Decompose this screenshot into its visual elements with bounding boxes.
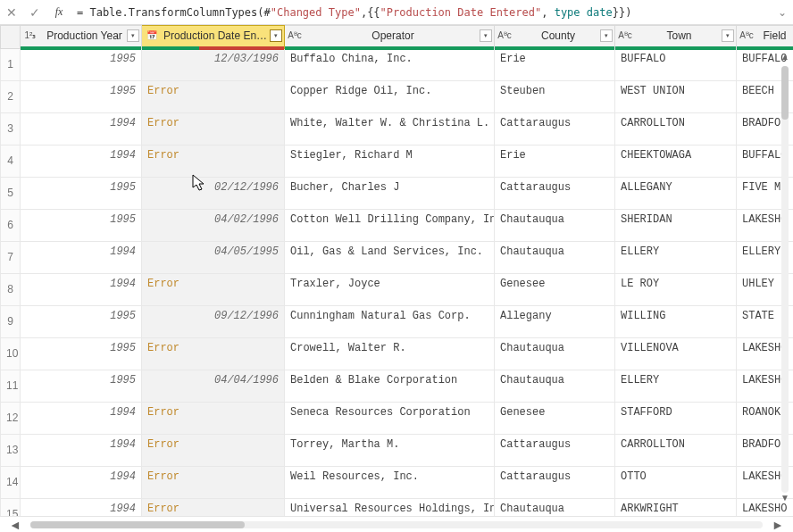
cell-operator[interactable]: Traxler, Joyce (285, 274, 495, 306)
row-number[interactable]: 3 (1, 113, 21, 145)
filter-dropdown[interactable]: ▾ (270, 29, 282, 42)
cell-production-date[interactable]: Error (142, 338, 285, 370)
cell-town[interactable]: WILLING (615, 306, 737, 338)
cell-county[interactable]: Erie (495, 145, 615, 178)
cell-town[interactable]: BUFFALO (615, 49, 737, 81)
table-row[interactable]: 81994ErrorTraxler, JoyceGeneseeLE ROYUHL… (1, 274, 794, 306)
rownum-header[interactable] (1, 26, 21, 49)
table-row[interactable]: 7199404/05/1995Oil, Gas & Land Services,… (1, 242, 794, 274)
filter-dropdown[interactable]: ▾ (480, 29, 492, 42)
col-header-production-date-entered[interactable]: 📅 Production Date Entered ▾ (142, 26, 285, 49)
cell-production-year[interactable]: 1995 (21, 49, 142, 81)
cell-production-date[interactable]: 04/04/1996 (142, 370, 285, 403)
cell-county[interactable]: Chautauqua (495, 242, 615, 274)
filter-dropdown[interactable]: ▾ (127, 29, 139, 42)
cell-county[interactable]: Genesee (495, 274, 615, 306)
cell-county[interactable]: Cattaraugus (495, 113, 615, 145)
table-row[interactable]: 151994ErrorUniversal Resources Holdings,… (1, 499, 794, 517)
cell-town[interactable]: ELLERY (615, 242, 737, 274)
row-number[interactable]: 8 (1, 274, 21, 306)
table-row[interactable]: 31994ErrorWhite, Walter W. & Christina L… (1, 113, 794, 145)
cell-operator[interactable]: Stiegler, Richard M (285, 145, 495, 178)
cell-operator[interactable]: Cunningham Natural Gas Corp. (285, 306, 495, 338)
cell-county[interactable]: Allegany (495, 306, 615, 338)
row-number[interactable]: 15 (1, 499, 21, 517)
cell-production-year[interactable]: 1994 (21, 403, 142, 435)
cell-operator[interactable]: Crowell, Walter R. (285, 338, 495, 370)
cell-county[interactable]: Chautauqua (495, 338, 615, 370)
cell-production-year[interactable]: 1994 (21, 435, 142, 467)
cell-production-date[interactable]: Error (142, 145, 285, 178)
cell-town[interactable]: OTTO (615, 467, 737, 499)
scroll-down-icon[interactable]: ▼ (779, 493, 791, 507)
cell-production-year[interactable]: 1994 (21, 113, 142, 145)
cell-county[interactable]: Chautauqua (495, 370, 615, 403)
row-number[interactable]: 5 (1, 178, 21, 210)
filter-dropdown[interactable]: ▾ (600, 29, 613, 42)
col-header-field[interactable]: Aᴮc Field (737, 26, 794, 49)
table-row[interactable]: 9199509/12/1996Cunningham Natural Gas Co… (1, 306, 794, 338)
cell-county[interactable]: Chautauqua (495, 210, 615, 242)
cell-operator[interactable]: Copper Ridge Oil, Inc. (285, 81, 495, 113)
cell-production-year[interactable]: 1994 (21, 499, 142, 517)
cell-operator[interactable]: Belden & Blake Corporation (285, 370, 495, 403)
cancel-formula-button[interactable]: ✕ (0, 5, 23, 20)
cell-production-date[interactable]: 04/02/1996 (142, 210, 285, 242)
vertical-scrollbar[interactable]: ▲ ▼ (779, 52, 791, 507)
cell-operator[interactable]: Universal Resources Holdings, Incorp… (285, 499, 495, 517)
cell-production-date[interactable]: Error (142, 274, 285, 306)
confirm-formula-button[interactable]: ✓ (23, 5, 46, 20)
cell-operator[interactable]: Weil Resources, Inc. (285, 467, 495, 499)
table-row[interactable]: 41994ErrorStiegler, Richard MErieCHEEKTO… (1, 145, 794, 178)
cell-operator[interactable]: Seneca Resources Corporation (285, 403, 495, 435)
table-row[interactable]: 21995ErrorCopper Ridge Oil, Inc.SteubenW… (1, 81, 794, 113)
cell-county[interactable]: Steuben (495, 81, 615, 113)
cell-operator[interactable]: White, Walter W. & Christina L. (285, 113, 495, 145)
cell-production-year[interactable]: 1995 (21, 370, 142, 403)
cell-town[interactable]: WEST UNION (615, 81, 737, 113)
vertical-scroll-thumb[interactable] (781, 66, 789, 120)
row-number[interactable]: 4 (1, 145, 21, 178)
row-number[interactable]: 1 (1, 49, 21, 81)
cell-production-year[interactable]: 1995 (21, 210, 142, 242)
table-row[interactable]: 6199504/02/1996Cotton Well Drilling Comp… (1, 210, 794, 242)
table-row[interactable]: 101995ErrorCrowell, Walter R.ChautauquaV… (1, 338, 794, 370)
table-row[interactable]: 1199512/03/1996Buffalo China, Inc.ErieBU… (1, 49, 794, 81)
cell-county[interactable]: Erie (495, 49, 615, 81)
cell-production-date[interactable]: 12/03/1996 (142, 49, 285, 81)
cell-town[interactable]: SHERIDAN (615, 210, 737, 242)
row-number[interactable]: 11 (1, 370, 21, 403)
cell-town[interactable]: CARROLLTON (615, 113, 737, 145)
formula-input[interactable]: = Table.TransformColumnTypes(#"Changed T… (71, 6, 772, 19)
filter-dropdown[interactable]: ▾ (722, 29, 734, 42)
cell-town[interactable]: ELLERY (615, 370, 737, 403)
cell-production-year[interactable]: 1994 (21, 467, 142, 499)
cell-production-date[interactable]: Error (142, 435, 285, 467)
cell-production-year[interactable]: 1994 (21, 274, 142, 306)
cell-production-date[interactable]: Error (142, 403, 285, 435)
cell-operator[interactable]: Cotton Well Drilling Company, Inc. (285, 210, 495, 242)
table-row[interactable]: 131994ErrorTorrey, Martha M.CattaraugusC… (1, 435, 794, 467)
row-number[interactable]: 9 (1, 306, 21, 338)
horizontal-scrollbar[interactable]: ◄ ► (0, 516, 793, 532)
table-row[interactable]: 11199504/04/1996Belden & Blake Corporati… (1, 370, 794, 403)
cell-town[interactable]: VILLENOVA (615, 338, 737, 370)
cell-town[interactable]: ALLEGANY (615, 178, 737, 210)
cell-county[interactable]: Cattaraugus (495, 467, 615, 499)
col-header-operator[interactable]: Aᴮc Operator ▾ (285, 26, 495, 49)
row-number[interactable]: 14 (1, 467, 21, 499)
cell-production-year[interactable]: 1995 (21, 178, 142, 210)
table-row[interactable]: 141994ErrorWeil Resources, Inc.Cattaraug… (1, 467, 794, 499)
cell-operator[interactable]: Torrey, Martha M. (285, 435, 495, 467)
scroll-up-icon[interactable]: ▲ (779, 52, 791, 66)
cell-production-date[interactable]: Error (142, 81, 285, 113)
cell-county[interactable]: Cattaraugus (495, 178, 615, 210)
col-header-county[interactable]: Aᴮc County ▾ (495, 26, 615, 49)
cell-operator[interactable]: Oil, Gas & Land Services, Inc. (285, 242, 495, 274)
row-number[interactable]: 13 (1, 435, 21, 467)
cell-county[interactable]: Genesee (495, 403, 615, 435)
cell-production-date[interactable]: Error (142, 113, 285, 145)
scroll-left-icon[interactable]: ◄ (0, 518, 30, 532)
row-number[interactable]: 12 (1, 403, 21, 435)
cell-county[interactable]: Cattaraugus (495, 435, 615, 467)
